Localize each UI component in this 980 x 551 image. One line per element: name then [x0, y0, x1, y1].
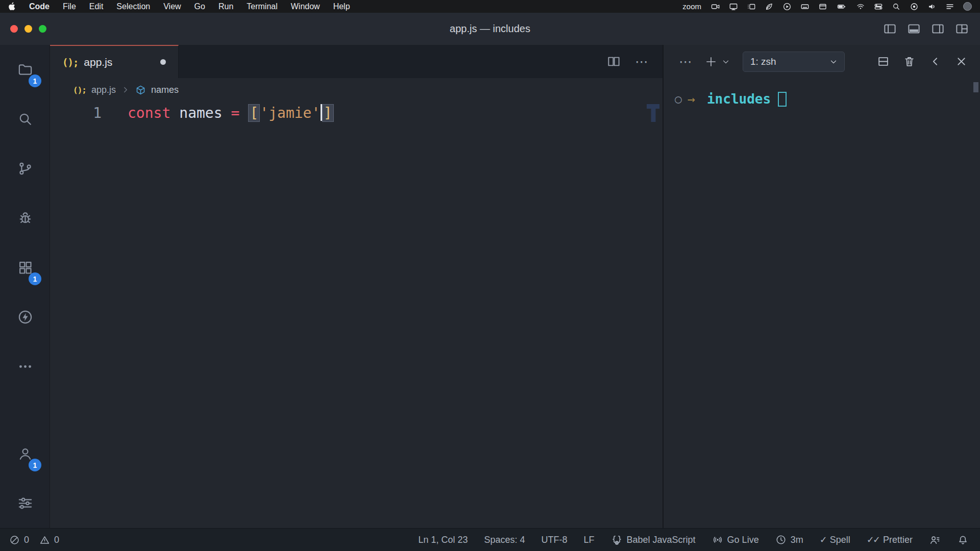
spotlight-search-icon[interactable]: [892, 2, 901, 11]
warning-count: 0: [54, 535, 59, 545]
close-panel-icon[interactable]: [955, 55, 968, 68]
record-circle-icon[interactable]: [910, 2, 919, 11]
menu-list-icon[interactable]: [945, 2, 954, 11]
tab-app-js[interactable]: (); app.js: [50, 45, 179, 78]
window-icon[interactable]: [818, 2, 827, 11]
window-titlebar: app.js — includes: [0, 13, 980, 45]
terminal-prompt-line: ○ → includes: [675, 91, 980, 107]
go-live-button[interactable]: Go Live: [712, 534, 759, 545]
close-window-button[interactable]: [10, 25, 18, 33]
menu-file[interactable]: File: [63, 2, 76, 11]
minimize-window-button[interactable]: [24, 25, 32, 33]
manage-settings-button[interactable]: [0, 479, 50, 528]
code-editor[interactable]: 1 constnames=['jamie']: [50, 102, 663, 528]
user-avatar-icon[interactable]: [963, 2, 972, 11]
encoding-button[interactable]: UTF-8: [542, 535, 568, 545]
extensions-activity-button[interactable]: 1: [0, 243, 50, 292]
menu-view[interactable]: View: [163, 2, 181, 11]
customize-layout-icon[interactable]: [955, 22, 969, 36]
menu-selection[interactable]: Selection: [116, 2, 150, 11]
person-icon: [17, 446, 33, 462]
accounts-button[interactable]: 1: [0, 429, 50, 479]
problems-warnings-button[interactable]: 0: [39, 535, 59, 545]
menu-run[interactable]: Run: [218, 2, 233, 11]
control-center-icon[interactable]: [874, 2, 883, 11]
terminal-content[interactable]: ○ → includes: [664, 78, 980, 528]
menu-edit[interactable]: Edit: [89, 2, 104, 11]
menu-window[interactable]: Window: [291, 2, 320, 11]
toggle-sidebar-layout-icon[interactable]: [883, 22, 897, 36]
cursor-position-button[interactable]: Ln 1, Col 23: [418, 535, 468, 545]
debug-activity-button[interactable]: [0, 193, 50, 243]
wifi-icon[interactable]: [856, 2, 865, 11]
new-terminal-icon[interactable]: [704, 55, 718, 68]
breadcrumb-symbol[interactable]: names: [151, 85, 179, 95]
indentation-button[interactable]: Spaces: 4: [484, 535, 525, 545]
split-editor-icon[interactable]: [607, 55, 621, 68]
prompt-status-symbol: ○: [675, 92, 682, 106]
menu-go[interactable]: Go: [194, 2, 205, 11]
breadcrumb: (); app.js names: [50, 78, 663, 102]
user-settings-status-button[interactable]: [929, 534, 941, 546]
editor-more-actions-icon[interactable]: ⋯: [635, 55, 648, 68]
prettier-button[interactable]: ✓✓ Prettier: [867, 534, 913, 545]
notifications-button[interactable]: [957, 534, 969, 546]
language-mode-button[interactable]: Babel JavaScript: [611, 534, 696, 546]
user-settings-icon: [929, 534, 941, 546]
prompt-arrow: →: [688, 92, 695, 107]
broadcast-icon: [712, 534, 723, 545]
maximize-window-button[interactable]: [39, 25, 46, 33]
clock-icon: [775, 534, 787, 545]
token-close-bracket: ]: [322, 104, 334, 122]
extensions-badge: 1: [29, 272, 41, 285]
thunder-client-activity-button[interactable]: [0, 292, 50, 342]
accounts-badge: 1: [29, 459, 41, 471]
timer-button[interactable]: 3m: [775, 534, 803, 545]
spell-checker-button[interactable]: ✓ Spell: [820, 534, 850, 545]
search-activity-button[interactable]: [0, 94, 50, 144]
zoom-menu-label[interactable]: zoom: [682, 2, 701, 11]
terminal-header: ⋯ 1: zsh: [664, 45, 980, 78]
go-live-label: Go Live: [727, 535, 759, 545]
leaf-icon[interactable]: [765, 2, 774, 11]
terminal-more-actions-icon[interactable]: ⋯: [679, 55, 692, 68]
stage-manager-icon[interactable]: [747, 2, 756, 11]
source-control-activity-button[interactable]: [0, 144, 50, 193]
new-terminal-dropdown-icon[interactable]: [721, 57, 730, 66]
display-icon[interactable]: [729, 2, 738, 11]
braces-icon: [611, 534, 623, 546]
symbol-cube-icon: [135, 85, 146, 95]
language-mode-label: Babel JavaScript: [627, 535, 696, 545]
menu-help[interactable]: Help: [333, 2, 350, 11]
menu-terminal[interactable]: Terminal: [247, 2, 277, 11]
minimap[interactable]: [647, 104, 659, 122]
terminal-scrollbar-thumb[interactable]: [973, 82, 978, 92]
explorer-activity-button[interactable]: 1: [0, 45, 50, 94]
eol-button[interactable]: LF: [584, 535, 595, 545]
battery-icon[interactable]: [836, 2, 847, 11]
terminal-shell-select[interactable]: 1: zsh: [743, 52, 845, 72]
error-circle-slash-icon: [9, 535, 20, 545]
chevron-left-icon[interactable]: [929, 55, 942, 68]
more-views-button[interactable]: [0, 342, 50, 391]
menu-app-name[interactable]: Code: [29, 2, 50, 11]
problems-errors-button[interactable]: 0: [9, 535, 29, 545]
speaker-icon[interactable]: [927, 2, 937, 11]
code-text: constnames=['jamie']: [128, 102, 334, 125]
breadcrumb-file[interactable]: app.js: [91, 85, 116, 95]
kill-terminal-trash-icon[interactable]: [903, 55, 916, 68]
macos-menu-bar: Code File Edit Selection View Go Run Ter…: [0, 0, 980, 13]
token-keyword: const: [128, 105, 170, 121]
play-circle-icon[interactable]: [782, 2, 792, 11]
toggle-panel-layout-icon[interactable]: [907, 22, 921, 36]
traffic-lights: [0, 25, 46, 33]
video-camera-icon[interactable]: [711, 2, 720, 11]
warning-triangle-icon: [39, 535, 50, 545]
keyboard-icon[interactable]: [800, 2, 810, 11]
split-terminal-icon[interactable]: [877, 55, 890, 68]
prettier-label: Prettier: [883, 535, 913, 545]
screen: Code File Edit Selection View Go Run Ter…: [0, 0, 980, 551]
unsaved-changes-dot[interactable]: [160, 59, 166, 65]
toggle-secondary-sidebar-icon[interactable]: [931, 22, 945, 36]
apple-menu-icon[interactable]: [8, 2, 16, 11]
